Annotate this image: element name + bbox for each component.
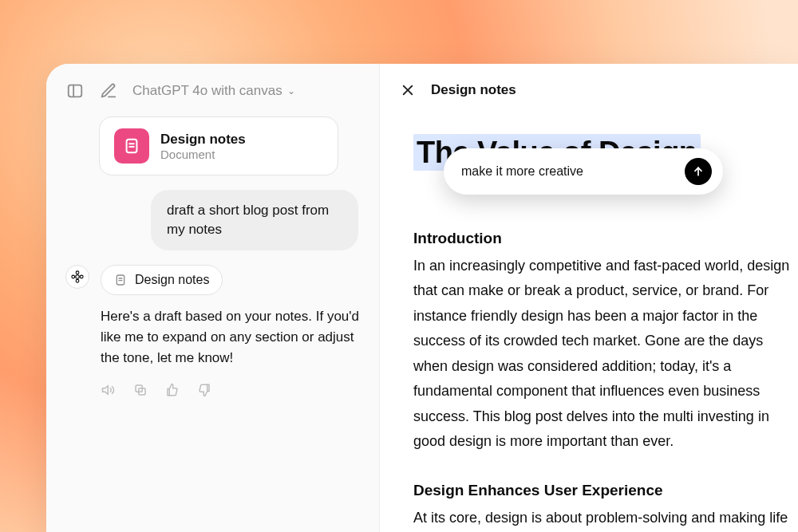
assistant-attachment-chip[interactable]: Design notes — [101, 265, 223, 295]
messages-list: Design notes Document draft a short blog… — [46, 108, 379, 398]
new-chat-icon[interactable] — [99, 81, 118, 100]
feedback-row — [101, 380, 360, 398]
canvas-pane: Design notes The Value of Design make it… — [380, 64, 798, 532]
thumbs-down-icon[interactable] — [196, 382, 212, 398]
model-selector[interactable]: ChatGPT 4o with canvas ⌄ — [132, 83, 295, 99]
thumbs-up-icon[interactable] — [164, 382, 180, 398]
user-message: draft a short blog post from my notes — [151, 190, 358, 250]
document-heading-2[interactable]: Introduction — [413, 230, 798, 247]
assistant-message-row: Design notes Here's a draft based on you… — [65, 265, 360, 398]
document-paragraph[interactable]: At its core, design is about problem-sol… — [413, 506, 798, 532]
chat-header: ChatGPT 4o with canvas ⌄ — [46, 64, 379, 108]
svg-point-9 — [80, 275, 83, 278]
svg-point-7 — [76, 279, 79, 282]
svg-point-5 — [76, 274, 80, 278]
document-heading-2[interactable]: Design Enhances User Experience — [413, 482, 798, 499]
sidebar-toggle-icon[interactable] — [65, 81, 85, 100]
document-attachment-card[interactable]: Design notes Document — [99, 116, 338, 175]
svg-marker-13 — [103, 385, 109, 394]
assistant-chip-label: Design notes — [135, 273, 209, 287]
copy-icon[interactable] — [132, 382, 148, 398]
canvas-body[interactable]: The Value of Design make it more creativ… — [380, 107, 798, 532]
model-label: ChatGPT 4o with canvas — [132, 83, 282, 99]
document-mini-icon — [114, 274, 127, 286]
inline-prompt-text[interactable]: make it more creative — [461, 164, 583, 179]
inline-prompt-popover[interactable]: make it more creative — [444, 148, 723, 195]
document-paragraph[interactable]: In an increasingly competitive and fast-… — [413, 254, 798, 455]
svg-point-8 — [72, 275, 75, 278]
send-button[interactable] — [685, 158, 712, 185]
canvas-header: Design notes — [380, 64, 798, 107]
chat-pane: ChatGPT 4o with canvas ⌄ Design notes Do… — [46, 64, 380, 532]
close-icon[interactable] — [399, 81, 417, 99]
assistant-message-text: Here's a draft based on your notes. If y… — [101, 306, 360, 369]
canvas-title: Design notes — [431, 82, 516, 98]
doc-card-title: Design notes — [160, 132, 246, 148]
assistant-avatar-icon — [65, 265, 89, 289]
svg-rect-0 — [69, 85, 82, 97]
chevron-down-icon: ⌄ — [287, 85, 295, 97]
document-icon — [114, 128, 149, 164]
read-aloud-icon[interactable] — [101, 382, 117, 398]
doc-card-subtitle: Document — [160, 148, 246, 161]
app-window: ChatGPT 4o with canvas ⌄ Design notes Do… — [46, 64, 798, 532]
svg-point-6 — [76, 270, 79, 274]
